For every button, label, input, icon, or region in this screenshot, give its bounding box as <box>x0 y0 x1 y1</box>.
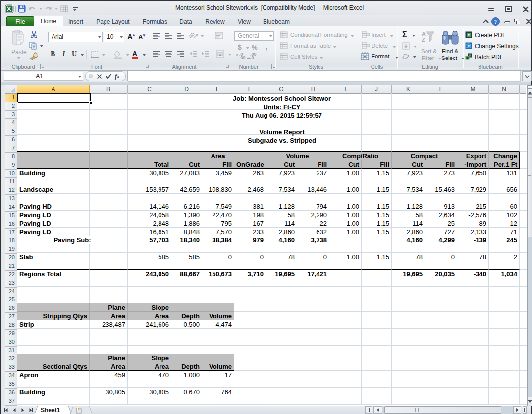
svg-text:a: a <box>219 53 221 56</box>
svg-text:Z: Z <box>422 37 425 43</box>
svg-text:A: A <box>422 31 426 37</box>
svg-text:?: ? <box>494 19 497 25</box>
